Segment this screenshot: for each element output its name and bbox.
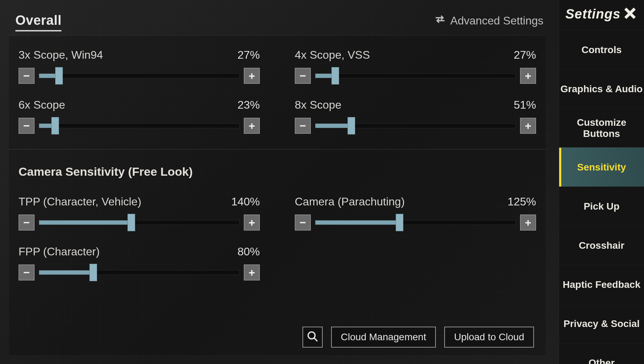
nav-other[interactable]: Other — [559, 343, 644, 364]
slider-3x-scope: 3x Scope, Win94 27% − + — [19, 49, 260, 84]
minus-button[interactable]: − — [295, 68, 311, 84]
nav-privacy-social[interactable]: Privacy & Social — [559, 304, 644, 343]
plus-button[interactable]: + — [244, 214, 260, 231]
sidebar-header: Settings — [559, 0, 644, 30]
settings-nav: Controls Graphics & Audio Customize Butt… — [559, 30, 644, 364]
slider-track[interactable] — [39, 73, 240, 78]
nav-controls[interactable]: Controls — [559, 30, 644, 69]
sidebar: Settings Controls Graphics & Audio Custo… — [559, 0, 644, 364]
close-button[interactable] — [622, 6, 638, 22]
slider-label: TPP (Character, Vehicle) — [19, 195, 141, 208]
slider-value: 80% — [237, 245, 260, 258]
tab-overall[interactable]: Overall — [15, 13, 61, 31]
slider-fpp: FPP (Character) 80% − + — [19, 245, 260, 281]
slider-value: 140% — [231, 195, 260, 208]
slider-camera-parachuting: Camera (Parachuting) 125% − + — [295, 195, 536, 231]
plus-button[interactable]: + — [244, 264, 260, 281]
slider-label: 4x Scope, VSS — [295, 49, 370, 61]
nav-sensitivity[interactable]: Sensitivity — [559, 147, 644, 187]
slider-label: 3x Scope, Win94 — [19, 49, 103, 61]
slider-label: 8x Scope — [295, 99, 341, 111]
upload-to-cloud-button[interactable]: Upload to Cloud — [444, 327, 534, 348]
minus-button[interactable]: − — [19, 118, 35, 134]
section-title-free-look: Camera Sensitivity (Free Look) — [19, 165, 536, 179]
nav-graphics-audio[interactable]: Graphics & Audio — [559, 69, 644, 108]
section-divider — [9, 149, 546, 150]
plus-button[interactable]: + — [520, 118, 536, 134]
main-column: Overall Advanced Settings 3x Scope, Win9… — [0, 0, 559, 364]
plus-button[interactable]: + — [244, 68, 260, 84]
slider-track[interactable] — [315, 220, 516, 225]
plus-button[interactable]: + — [520, 214, 536, 231]
slider-track[interactable] — [315, 73, 516, 78]
slider-track[interactable] — [315, 123, 516, 128]
slider-label: Camera (Parachuting) — [295, 195, 405, 208]
content-panel: 3x Scope, Win94 27% − + 4 — [8, 36, 546, 356]
slider-value: 51% — [514, 99, 536, 111]
search-button[interactable] — [302, 327, 323, 348]
slider-fill — [315, 220, 400, 225]
minus-button[interactable]: − — [295, 118, 311, 134]
plus-button[interactable]: + — [244, 118, 260, 134]
top-bar: Overall Advanced Settings — [0, 0, 559, 31]
slider-4x-scope: 4x Scope, VSS 27% − + — [295, 49, 536, 84]
close-icon — [623, 6, 637, 22]
nav-crosshair[interactable]: Crosshair — [559, 226, 644, 265]
freelook-sliders-grid: TPP (Character, Vehicle) 140% − + — [19, 195, 536, 281]
swap-icon — [434, 13, 446, 28]
search-icon — [307, 330, 319, 344]
advanced-settings-label: Advanced Settings — [450, 14, 543, 27]
slider-fill — [39, 270, 93, 275]
slider-thumb[interactable] — [89, 264, 97, 281]
slider-8x-scope: 8x Scope 51% − + — [295, 99, 536, 134]
slider-thumb[interactable] — [51, 117, 59, 134]
slider-track[interactable] — [39, 220, 240, 225]
scope-sliders-grid: 3x Scope, Win94 27% − + 4 — [19, 49, 536, 134]
slider-track[interactable] — [39, 270, 240, 275]
minus-button[interactable]: − — [295, 214, 311, 231]
slider-value: 23% — [237, 99, 260, 111]
slider-thumb[interactable] — [331, 67, 339, 85]
nav-pick-up[interactable]: Pick Up — [559, 187, 644, 226]
slider-label: 6x Scope — [19, 99, 65, 111]
minus-button[interactable]: − — [19, 264, 35, 281]
slider-thumb[interactable] — [55, 67, 63, 85]
slider-6x-scope: 6x Scope 23% − + — [19, 99, 260, 134]
slider-value: 27% — [514, 49, 536, 61]
slider-thumb[interactable] — [127, 214, 135, 231]
slider-thumb[interactable] — [396, 214, 403, 231]
slider-value: 125% — [507, 195, 536, 208]
slider-value: 27% — [237, 49, 260, 61]
cloud-management-button[interactable]: Cloud Management — [331, 327, 436, 348]
settings-title: Settings — [565, 7, 621, 22]
advanced-settings-link[interactable]: Advanced Settings — [434, 13, 543, 31]
minus-button[interactable]: − — [19, 68, 35, 84]
settings-screen: Overall Advanced Settings 3x Scope, Win9… — [0, 0, 644, 364]
nav-customize-buttons[interactable]: Customize Buttons — [559, 108, 644, 147]
plus-button[interactable]: + — [520, 68, 536, 84]
slider-fill — [39, 220, 131, 225]
slider-label: FPP (Character) — [19, 245, 100, 258]
footer-actions: Cloud Management Upload to Cloud — [302, 327, 534, 348]
nav-haptic-feedback[interactable]: Haptic Feedback — [559, 265, 644, 304]
slider-thumb[interactable] — [347, 117, 355, 134]
slider-track[interactable] — [39, 123, 240, 128]
slider-fill — [315, 124, 351, 128]
minus-button[interactable]: − — [19, 214, 35, 231]
slider-tpp: TPP (Character, Vehicle) 140% − + — [19, 195, 260, 231]
